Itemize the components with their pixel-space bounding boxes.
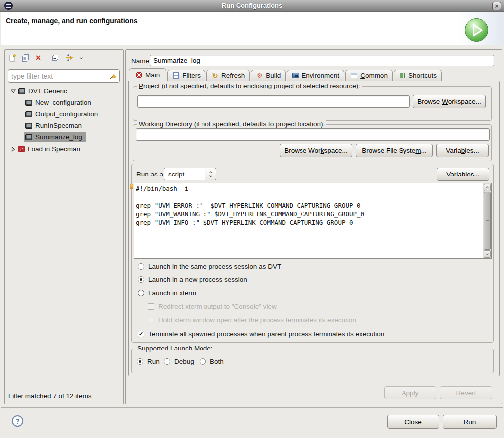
radio-xterm[interactable]: Launch in xterm [138,288,196,298]
workdir-browse-workspace-button[interactable]: Browse Workspace... [280,144,352,157]
tree-item-label: Load in Specman [28,145,80,153]
scrollbar-thumb[interactable] [484,192,491,250]
filter-arrows-icon [64,54,74,62]
tree-item-summarize-log[interactable]: Summarize_log [5,131,121,143]
radio-mode-debug[interactable]: Debug [164,356,194,366]
tab-shortcuts[interactable]: Shortcuts [394,70,442,81]
apply-button[interactable]: Apply [384,386,436,399]
main-tab-content: Project (if not specified, defaults to e… [128,81,500,376]
info-marker-icon [130,184,133,189]
revert-button[interactable]: Revert [440,386,492,399]
chevron-collapsed-icon[interactable] [10,147,17,152]
configurations-sidebar: × [4,49,124,404]
collapse-all-button[interactable] [50,53,61,63]
run-as-value: script [164,168,205,180]
delete-configuration-button[interactable]: × [33,53,44,63]
radio-new-process[interactable]: Launch in a new process session [138,274,247,284]
window-title: Run Configurations [0,2,504,9]
workdir-input[interactable] [136,128,490,141]
tab-common[interactable]: Common [345,70,393,81]
help-button[interactable]: ? [12,415,23,427]
radio-mode-run[interactable]: Run [137,356,160,366]
chevron-expanded-icon[interactable] [10,89,17,93]
scroll-up-icon[interactable] [484,184,491,191]
footer-separator [1,407,503,408]
filter-configurations-button[interactable] [64,53,75,63]
tree-item-dvt-generic[interactable]: DVT Generic [5,86,121,97]
specman-type-icon [18,146,25,152]
toolbar-menu-button[interactable] [78,53,85,63]
radio-label: Both [210,358,224,365]
config-type-icon [25,100,32,106]
run-banner-icon [465,18,488,42]
checkbox-terminate-spawned[interactable]: ✓ Terminate all spawned processes when p… [138,329,384,339]
tree-item-load-in-specman[interactable]: Load in Specman [5,143,121,155]
project-input[interactable] [137,95,410,108]
spinner-arrows-icon [205,168,216,180]
launch-mode-label: Supported Launch Mode: [136,345,214,352]
main-tab-icon [135,71,143,79]
runas-variables-button[interactable]: Variables... [437,168,489,181]
checkbox-icon [148,317,154,323]
help-icon: ? [15,417,20,425]
dialog-subtitle: Create, manage, and run configurations [6,17,138,25]
project-browse-workspace-button[interactable]: Browse Workspace... [413,95,486,108]
title-bar[interactable]: Run Configurations × [0,0,504,12]
tab-filters[interactable]: Filters [167,70,205,81]
tree-item-runinspecman[interactable]: RunInSpecman [5,120,121,131]
chevron-down-icon [80,56,83,59]
tab-environment[interactable]: Environment [287,70,344,81]
tree-item-new-configuration[interactable]: New_configuration [5,97,121,108]
tab-build[interactable]: ⚙ Build [251,70,286,81]
tab-main[interactable]: Main [129,68,166,81]
run-configurations-dialog: Run Configurations × Create, manage, and… [0,0,504,438]
workdir-variables-button[interactable]: Variables... [436,144,489,157]
configuration-editor: Name: Main Filters ↻ Refresh ⚙ Build E [125,49,502,404]
radio-mode-both[interactable]: Both [200,356,224,366]
window-close-button[interactable]: × [492,2,501,10]
radio-icon [138,290,144,296]
clear-filter-icon[interactable] [109,71,117,81]
shortcuts-tab-icon [399,72,406,79]
radio-icon [138,263,144,270]
checkbox-icon [148,303,154,310]
script-scrollbar[interactable] [483,183,491,258]
radio-selected-icon [137,358,143,365]
filter-input[interactable] [8,72,109,80]
new-configuration-button[interactable] [7,53,18,63]
scroll-down-icon[interactable] [484,250,491,258]
environment-tab-icon [292,72,299,79]
filters-tab-icon [172,72,180,79]
checkbox-redirect-xterm: Redirect xterm output to "Console" view [148,301,277,311]
checkbox-hold-xterm: Hold xterm window open after the process… [148,315,356,325]
launch-mode-group: Supported Launch Mode: Run Debug Both [131,349,494,373]
checkbox-label: Redirect xterm output to "Console" view [158,303,277,310]
run-group: Run as a script Variables... #!/bin/bash… [131,164,494,343]
name-input[interactable] [150,55,494,66]
close-button[interactable]: Close [387,415,439,429]
radio-label: Launch in the same process session as DV… [148,263,281,270]
radio-label: Launch in a new process session [148,276,247,283]
project-group-label: Project (if not specified, defaults to e… [137,82,362,89]
tree-item-label: Summarize_log [35,133,82,141]
tree-item-label: Output_configuration [35,110,98,118]
tab-bar: Main Filters ↻ Refresh ⚙ Build Environme… [129,68,442,81]
tree-item-label: RunInSpecman [35,122,82,129]
tree-item-output-configuration[interactable]: Output_configuration [5,108,121,120]
run-button[interactable]: Run [443,415,497,429]
script-text: #!/bin/bash -i grep "UVM_ERROR :" $DVT_H… [136,184,481,257]
script-editor[interactable]: #!/bin/bash -i grep "UVM_ERROR :" $DVT_H… [134,183,492,259]
tab-refresh[interactable]: ↻ Refresh [206,70,250,81]
duplicate-configuration-button[interactable] [20,53,31,63]
build-tab-icon: ⚙ [256,72,263,79]
toolbar-separator [47,53,47,62]
workdir-browse-filesystem-button[interactable]: Browse File System... [356,144,433,157]
new-config-icon [8,54,16,62]
run-as-select[interactable]: script [164,168,216,180]
radio-same-process[interactable]: Launch in the same process session as DV… [138,262,281,271]
tree-item-label: DVT Generic [28,88,67,95]
checkbox-checked-icon: ✓ [138,331,144,337]
radio-label: Debug [174,358,194,365]
config-type-icon [25,123,32,129]
delete-icon: × [36,53,41,62]
